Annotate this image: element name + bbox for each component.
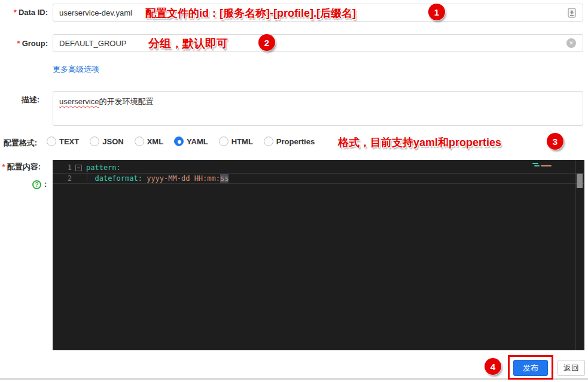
editor-line-2: 2 dateformat: yyyy-MM-dd HH:mm:ss xyxy=(53,173,584,184)
autofill-icon[interactable] xyxy=(568,8,576,18)
annotation-format: 格式，目前支持yaml和properties xyxy=(338,135,501,150)
back-button[interactable]: 返回 xyxy=(557,360,585,376)
radio-circle-icon xyxy=(264,137,273,146)
annotation-publish-outline xyxy=(508,355,553,380)
line-number: 2 xyxy=(53,174,75,183)
annotation-step-3: 3 xyxy=(547,133,563,150)
scrollbar-thumb[interactable] xyxy=(577,174,583,188)
annotation-data-id: 配置文件的id：[服务名称]-[profile].[后缀名] xyxy=(145,6,356,20)
line-number: 1 xyxy=(53,163,75,172)
yaml-value: yyyy-MM-dd HH:mm: xyxy=(142,174,220,183)
radio-circle-icon xyxy=(90,137,99,146)
new-config-page: *Data ID: 配置文件的id：[服务名称]-[profile].[后缀名]… xyxy=(0,0,588,382)
help-colon: : xyxy=(44,180,47,189)
editor-line-1: 1 pattern: xyxy=(53,162,584,173)
config-content-editor[interactable]: 1 pattern: 2 dateformat: yyyy-MM-dd HH:m… xyxy=(53,160,584,350)
minimap xyxy=(531,162,567,177)
description-value-rest: 的开发环境配置 xyxy=(99,97,153,106)
description-textarea[interactable]: userservice的开发环境配置 xyxy=(53,91,583,126)
content-label: *配置内容: xyxy=(0,162,41,172)
group-label: *Group: xyxy=(0,39,48,48)
radio-circle-icon xyxy=(135,137,144,146)
format-label: 配置格式: xyxy=(0,138,37,148)
description-label: 描述: xyxy=(0,95,39,105)
clear-icon[interactable]: ✕ xyxy=(566,38,576,48)
bottom-divider xyxy=(0,378,588,380)
group-input[interactable] xyxy=(53,34,583,52)
indent-guide xyxy=(87,171,87,181)
radio-circle-icon xyxy=(47,137,56,146)
help-icon[interactable]: ? xyxy=(32,180,41,189)
required-mark: * xyxy=(14,8,17,17)
radio-yaml[interactable]: YAML xyxy=(174,137,208,146)
radio-text[interactable]: TEXT xyxy=(47,137,79,146)
data-id-label: *Data ID: xyxy=(0,8,48,17)
fold-icon[interactable] xyxy=(75,165,82,171)
radio-properties[interactable]: Properties xyxy=(264,137,315,146)
radio-json[interactable]: JSON xyxy=(90,137,123,146)
advanced-options-link[interactable]: 更多高级选项 xyxy=(53,64,99,75)
yaml-value-selected: ss xyxy=(220,174,229,183)
radio-xml[interactable]: XML xyxy=(135,137,163,146)
yaml-key: dateformat: xyxy=(95,174,142,183)
annotation-step-2: 2 xyxy=(258,34,275,51)
radio-circle-icon xyxy=(219,137,229,146)
description-value-underlined: userservice xyxy=(59,97,99,106)
yaml-key: pattern: xyxy=(86,163,121,172)
scrollbar-divider xyxy=(575,160,575,350)
annotation-step-1: 1 xyxy=(428,4,445,20)
radio-html[interactable]: HTML xyxy=(219,137,253,146)
radio-circle-checked-icon xyxy=(174,137,184,146)
annotation-step-4: 4 xyxy=(485,358,501,375)
required-mark: * xyxy=(2,162,5,171)
required-mark: * xyxy=(17,39,20,48)
format-radio-group: TEXT JSON XML YAML HTML Properties xyxy=(47,137,315,146)
annotation-group: 分组，默认即可 xyxy=(148,36,228,51)
